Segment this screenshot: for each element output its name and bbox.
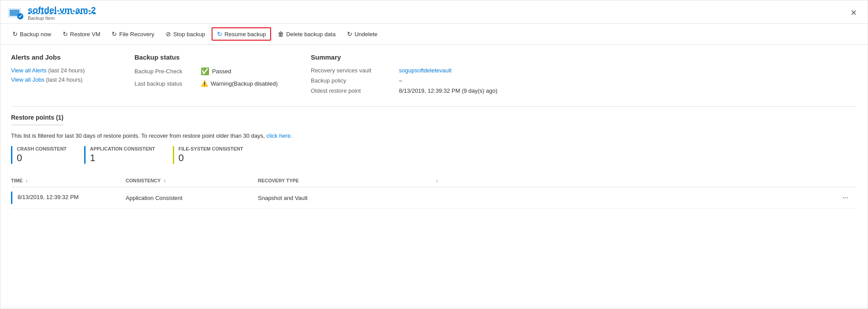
close-button[interactable]: ✕ — [847, 6, 861, 19]
filter-link[interactable]: click here. — [266, 132, 292, 139]
view-alerts-suffix: (last 24 hours) — [48, 67, 85, 74]
backup-status-section: Backup status Backup Pre-Check ✅ Passed … — [134, 53, 311, 98]
view-alerts-link[interactable]: View all Alerts (last 24 hours) — [11, 67, 126, 74]
summary-section: Summary Recovery services vault sogupsof… — [311, 53, 857, 98]
oldest-value: 8/13/2019, 12:39:32 PM (9 day(s) ago) — [399, 87, 497, 94]
pre-check-text: Passed — [212, 68, 231, 75]
file-recovery-icon: ↺ — [112, 30, 117, 38]
row-more-button[interactable]: ··· — [839, 192, 852, 203]
backup-now-label: Backup now — [20, 31, 51, 38]
last-backup-text: Warning(Backup disabled) — [211, 80, 278, 87]
section-divider — [11, 106, 857, 107]
info-grid: Alerts and Jobs View all Alerts (last 24… — [11, 53, 857, 98]
page-subtitle: Backup Item — [28, 15, 96, 21]
pre-check-row: Backup Pre-Check ✅ Passed — [134, 67, 302, 75]
pre-check-label: Backup Pre-Check — [134, 68, 201, 75]
app-bar — [84, 146, 86, 164]
view-jobs-link[interactable]: View all Jobs (last 24 hours) — [11, 76, 126, 83]
header-text: softdel-vm-am-2 Backup Item — [28, 5, 96, 21]
check-icon: ✅ — [201, 67, 209, 75]
alerts-section: Alerts and Jobs View all Alerts (last 24… — [11, 53, 134, 98]
crash-label: CRASH CONSISTENT — [17, 146, 67, 151]
actions-sort-icon[interactable]: ↕ — [436, 178, 438, 183]
consistency-grid: CRASH CONSISTENT 0 APPLICATION CONSISTEN… — [11, 146, 857, 164]
table-header-row: TIME ↕ CONSISTENCY ↕ RECOVERY TYPE ↕ — [11, 174, 857, 187]
col-recovery-header: RECOVERY TYPE — [258, 174, 434, 187]
view-alerts-label: View all Alerts — [11, 67, 47, 74]
undelete-icon: ↺ — [347, 30, 352, 38]
restore-table: TIME ↕ CONSISTENCY ↕ RECOVERY TYPE ↕ — [11, 174, 857, 209]
restore-section: Restore points (1) This list is filtered… — [11, 114, 857, 209]
app-consistent-item: APPLICATION CONSISTENT 1 — [84, 146, 155, 164]
policy-row: Backup policy – — [311, 77, 857, 84]
col-time-header: TIME ↕ — [11, 174, 126, 187]
col-consistency-header: CONSISTENCY ↕ — [126, 174, 258, 187]
row-time-cell: 8/13/2019, 12:39:32 PM — [11, 187, 126, 209]
crash-consistent-item: CRASH CONSISTENT 0 — [11, 146, 67, 164]
row-actions-cell: ··· — [434, 187, 857, 209]
resume-backup-icon: ↺ — [217, 30, 222, 38]
stop-backup-icon: ⊘ — [166, 30, 171, 38]
delete-backup-button[interactable]: 🗑 Delete backup data — [273, 28, 340, 40]
alerts-title: Alerts and Jobs — [11, 53, 126, 61]
row-recovery: Snapshot and Vault — [258, 195, 308, 201]
last-backup-row: Last backup status ⚠️ Warning(Backup dis… — [134, 80, 302, 87]
summary-title: Summary — [311, 53, 857, 61]
last-backup-label: Last backup status — [134, 80, 201, 87]
warning-icon: ⚠️ — [201, 80, 208, 87]
fs-bar — [173, 146, 174, 164]
file-recovery-label: File Recovery — [119, 31, 154, 38]
undelete-label: Undelete — [354, 31, 377, 38]
vault-label: Recovery services vault — [311, 67, 399, 74]
resume-backup-button[interactable]: ↺ Resume backup — [212, 27, 271, 41]
undelete-button[interactable]: ↺ Undelete — [342, 28, 382, 40]
row-time: 8/13/2019, 12:39:32 PM — [18, 194, 79, 200]
view-jobs-label: View all Jobs — [11, 76, 45, 83]
row-consistency-cell: Application Consistent — [126, 187, 258, 209]
time-sort-icon[interactable]: ↕ — [26, 178, 28, 183]
backup-status-title: Backup status — [134, 53, 302, 61]
restore-vm-icon: ↺ — [63, 30, 68, 38]
app-count: 1 — [90, 152, 155, 164]
fs-consistent-item: FILE-SYSTEM CONSISTENT 0 — [173, 146, 243, 164]
col-actions-header: ↕ — [434, 174, 857, 187]
table-body: 8/13/2019, 12:39:32 PM Application Consi… — [11, 187, 857, 209]
oldest-row: Oldest restore point 8/13/2019, 12:39:32… — [311, 87, 857, 94]
row-indicator — [11, 192, 12, 204]
pre-check-value: ✅ Passed — [201, 67, 231, 75]
backup-now-icon: ↺ — [12, 30, 18, 38]
filter-text: This list is filtered for last 30 days o… — [11, 132, 857, 139]
filter-text-content: This list is filtered for last 30 days o… — [11, 132, 265, 139]
policy-label: Backup policy — [311, 77, 399, 84]
main-content: Alerts and Jobs View all Alerts (last 24… — [0, 45, 868, 218]
file-recovery-button[interactable]: ↺ File Recovery — [107, 28, 159, 40]
last-backup-value: ⚠️ Warning(Backup disabled) — [201, 80, 278, 87]
policy-value: – — [399, 77, 402, 84]
page-title: softdel-vm-am-2 — [28, 5, 96, 15]
restore-title: Restore points (1) — [11, 114, 63, 125]
view-jobs-suffix: (last 24 hours) — [46, 76, 82, 83]
toolbar: ↺ Backup now ↺ Restore VM ↺ File Recover… — [0, 24, 868, 45]
stop-backup-button[interactable]: ⊘ Stop backup — [161, 28, 210, 40]
header: softdel-vm-am-2 Backup Item ✕ — [0, 0, 868, 24]
page-container: softdel-vm-am-2 Backup Item ✕ ↺ Backup n… — [0, 0, 868, 309]
table-row: 8/13/2019, 12:39:32 PM Application Consi… — [11, 187, 857, 209]
row-consistency: Application Consistent — [126, 195, 183, 201]
restore-vm-label: Restore VM — [70, 31, 101, 38]
delete-backup-label: Delete backup data — [286, 31, 335, 38]
consistency-sort-icon[interactable]: ↕ — [164, 178, 166, 183]
row-recovery-cell: Snapshot and Vault — [258, 187, 434, 209]
stop-backup-label: Stop backup — [173, 31, 205, 38]
resume-backup-label: Resume backup — [224, 31, 266, 38]
app-label: APPLICATION CONSISTENT — [90, 146, 155, 151]
fs-label: FILE-SYSTEM CONSISTENT — [179, 146, 243, 151]
backup-now-button[interactable]: ↺ Backup now — [7, 28, 56, 40]
vault-link[interactable]: sogupsoftdeletevault — [399, 67, 451, 74]
crash-bar — [11, 146, 12, 164]
vault-row: Recovery services vault sogupsoftdeletev… — [311, 67, 857, 74]
vm-icon — [7, 5, 23, 21]
crash-count: 0 — [17, 152, 67, 164]
restore-vm-button[interactable]: ↺ Restore VM — [58, 28, 105, 40]
delete-backup-icon: 🗑 — [278, 30, 284, 38]
oldest-label: Oldest restore point — [311, 87, 399, 94]
